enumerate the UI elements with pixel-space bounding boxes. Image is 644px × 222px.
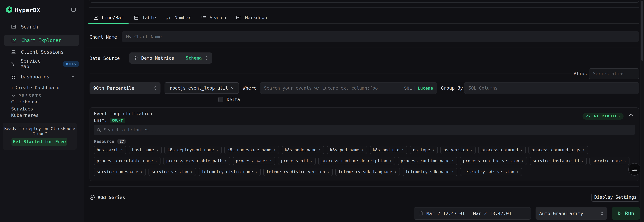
delta-option: Delta — [218, 97, 240, 102]
close-icon[interactable]: ✕ — [231, 85, 234, 91]
svg-text:1: 1 — [166, 15, 168, 18]
create-dashboard-button[interactable]: + Create Dashboard — [0, 84, 84, 91]
attribute-chip[interactable]: process.executable.path › — [163, 157, 230, 165]
get-started-button[interactable]: Get Started for Free — [12, 138, 67, 146]
attribute-search-input[interactable] — [104, 127, 632, 132]
attribute-chip[interactable]: k8s.pod.name › — [327, 146, 367, 154]
sidebar-item-dashboards[interactable]: Dashboards — [4, 72, 79, 81]
attribute-chip[interactable]: process.pid › — [278, 157, 316, 165]
layout-icon — [11, 24, 16, 29]
run-button[interactable]: Run — [612, 207, 640, 220]
attribute-chip[interactable]: k8s.pod.uid › — [370, 146, 407, 154]
attribute-chip[interactable]: os.version › — [440, 146, 476, 154]
sql-toggle[interactable]: SQL — [404, 86, 412, 91]
chevron-up-icon[interactable] — [629, 114, 633, 116]
chevron-right-icon: › — [273, 147, 276, 153]
time-range-picker[interactable]: Mar 2 12:47:01 - Mar 2 13:47:01 — [414, 207, 531, 220]
sidebar-item-chart-explorer[interactable]: Chart Explorer — [4, 35, 79, 46]
attribute-chip[interactable]: process.owner › — [233, 157, 275, 165]
attribute-chip[interactable]: telemetry.distro.name › — [199, 168, 261, 176]
tab-search[interactable]: Search — [196, 12, 231, 23]
chart-preview-panel-edge — [90, 0, 639, 3]
attribute-chip[interactable]: process.command_args › — [528, 146, 588, 154]
chevron-right-icon: › — [394, 169, 397, 174]
run-label: Run — [625, 211, 634, 217]
delta-checkbox[interactable] — [218, 97, 223, 102]
attribute-chip[interactable]: process.runtime.description › — [318, 157, 395, 165]
scrollbar-thumb[interactable] — [641, 1, 643, 61]
tab-markdown[interactable]: Markdown — [231, 12, 272, 23]
preset-label: Services — [11, 106, 33, 112]
sidebar-header: HyperDX — [0, 0, 84, 19]
filter-chart-icon — [631, 166, 638, 173]
attribute-chip[interactable]: service.version › — [148, 168, 196, 176]
brand-title: HyperDX — [15, 7, 40, 13]
chevron-right-icon: › — [581, 158, 584, 164]
schema-link[interactable]: Schema — [186, 55, 202, 61]
divider — [89, 7, 639, 7]
attribute-name: k8s.node.name — [285, 148, 316, 152]
attribute-name: telemetry.sdk.language — [338, 170, 392, 174]
chevron-right-icon: › — [516, 169, 519, 174]
sidebar-item-client-sessions[interactable]: Client Sessions — [4, 47, 79, 57]
chevron-down-icon — [12, 95, 15, 97]
chevron-right-icon: › — [452, 158, 454, 164]
where-search-input[interactable] — [264, 85, 402, 91]
markdown-icon — [236, 15, 242, 20]
attribute-chip[interactable]: process.runtime.name › — [398, 157, 457, 165]
metric-field-chip[interactable]: nodejs.event_loop.util ✕ — [164, 82, 239, 94]
attribute-chip[interactable]: k8s.node.name › — [282, 146, 324, 154]
attribute-chip[interactable]: telemetry.sdk.language › — [335, 168, 400, 176]
attribute-name: process.executable.name — [97, 159, 153, 163]
chevron-right-icon: › — [140, 169, 143, 174]
attribute-chip[interactable]: k8s.deployment.name › — [164, 146, 222, 154]
tab-label: Table — [142, 15, 156, 20]
lucene-toggle[interactable]: Lucene — [418, 86, 433, 91]
chevron-right-icon: › — [318, 147, 321, 153]
attribute-chip[interactable]: process.command › — [478, 146, 526, 154]
attribute-name: k8s.deployment.name — [168, 148, 214, 152]
attribute-chip[interactable]: host.name › — [129, 146, 162, 154]
granularity-value: Auto Granularity — [539, 211, 583, 216]
preset-link-clickhouse[interactable]: ClickHouse — [0, 98, 84, 105]
language-separator: | — [414, 86, 416, 91]
tab-label: Search — [210, 15, 226, 20]
sidebar-item-service-map[interactable]: Service Map BETA — [4, 59, 79, 68]
hyperdx-app: HyperDX Search Chart Explorer — [0, 0, 644, 222]
group-by-input[interactable] — [468, 85, 635, 91]
collapse-sidebar-icon[interactable] — [71, 7, 76, 12]
attribute-chip[interactable]: service.instance.id › — [530, 157, 587, 165]
preset-label: Kubernetes — [11, 113, 39, 118]
tab-line-bar[interactable]: Line/Bar — [88, 12, 129, 23]
attribute-chip[interactable]: service.name › — [590, 157, 630, 165]
sidebar-item-search[interactable]: Search — [4, 22, 79, 31]
granularity-select[interactable]: Auto Granularity — [536, 207, 607, 220]
data-source-select[interactable]: Demo Metrics Schema — [130, 52, 212, 64]
attribute-chip[interactable]: service.namespace › — [94, 168, 146, 176]
tab-table[interactable]: Table — [129, 12, 161, 23]
series-alias-input[interactable] — [589, 68, 639, 79]
chevron-right-icon: › — [224, 158, 227, 164]
attribute-chip[interactable]: telemetry.sdk.version › — [460, 168, 522, 176]
attribute-chip[interactable]: host.arch › — [94, 146, 126, 154]
grid-squares-icon — [11, 74, 16, 79]
attribute-name: telemetry.sdk.version — [463, 170, 514, 174]
chart-name-label: Chart Name — [90, 34, 117, 40]
attribute-chip[interactable]: k8s.namespace.name › — [224, 146, 279, 154]
chart-options-fab[interactable] — [628, 163, 641, 176]
add-series-button[interactable]: Add Series — [90, 193, 125, 202]
chart-name-input[interactable] — [122, 31, 639, 42]
attribute-chip[interactable]: os.type › — [410, 146, 438, 154]
tab-number[interactable]: 123 Number — [161, 12, 196, 23]
attribute-chip[interactable]: process.executable.name › — [94, 157, 160, 165]
preset-link-kubernetes[interactable]: Kubernetes — [0, 112, 84, 119]
attribute-name: process.command_args — [532, 148, 580, 152]
display-settings-button[interactable]: Display Settings — [592, 193, 640, 202]
attribute-chip[interactable]: process.runtime.version › — [460, 157, 527, 165]
attribute-name: k8s.pod.uid — [373, 148, 400, 152]
attribute-name: os.version — [444, 148, 468, 152]
attribute-chip[interactable]: telemetry.distro.version › — [264, 168, 333, 176]
attribute-chip[interactable]: telemetry.sdk.name › — [402, 168, 457, 176]
aggregation-select[interactable]: 90th Percentile — [90, 82, 160, 94]
chevron-right-icon: › — [452, 169, 454, 174]
